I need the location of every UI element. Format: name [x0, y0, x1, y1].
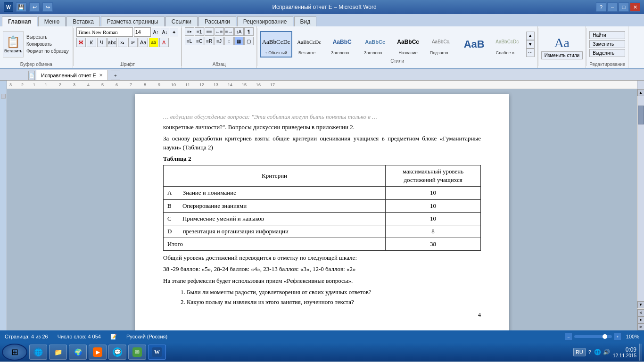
format-painter-button[interactable]: Формат по образцу	[25, 48, 70, 54]
show-desktop-btn[interactable]	[639, 344, 642, 361]
taskbar-mail[interactable]: ✉	[128, 345, 146, 360]
subscript-button[interactable]: x₂	[118, 38, 127, 47]
italic-button[interactable]: К	[87, 38, 96, 47]
taskbar-chrome[interactable]: 🌍	[69, 345, 87, 360]
criteria-table: Критерии максимальный уровень достижений…	[163, 165, 481, 251]
scroll-track[interactable]	[638, 96, 644, 301]
copy-button[interactable]: Копировать	[25, 41, 70, 47]
selection-marker[interactable]	[1, 94, 6, 99]
language-btn[interactable]: RU	[573, 348, 586, 356]
paste-button[interactable]: 📋 Вставить	[3, 31, 24, 58]
ruler-mark-1: 2	[59, 82, 61, 87]
scroll-up-btn[interactable]: ▲	[637, 89, 644, 96]
scroll-thumb[interactable]	[638, 106, 644, 124]
spell-check-icon[interactable]: 📝	[110, 334, 117, 340]
increase-indent-btn[interactable]: ≡→	[224, 27, 234, 36]
sys-icons: 🌐 🔊	[594, 349, 610, 355]
taskbar-word[interactable]: W	[148, 345, 166, 360]
clear-format-btn[interactable]: ✦	[170, 28, 178, 36]
scroll-styles-up-btn[interactable]: ▲	[526, 32, 535, 40]
help-btn[interactable]: ?	[596, 2, 606, 12]
start-button[interactable]: ⊞	[2, 344, 27, 361]
help-taskbar-btn[interactable]: ?	[588, 349, 591, 355]
style-subtle-emph[interactable]: AaBbCcDc Слабое в…	[491, 31, 523, 58]
tab-insert[interactable]: Вставка	[66, 16, 100, 26]
increase-font-btn[interactable]: A↑	[152, 28, 160, 36]
change-case-button[interactable]: Aa	[139, 38, 148, 47]
quick-redo-btn[interactable]: ↪	[42, 2, 53, 12]
minimize-btn[interactable]: –	[607, 2, 618, 12]
bullets-btn[interactable]: ≡•	[185, 27, 194, 36]
superscript-button[interactable]: x²	[128, 38, 138, 47]
zoom-slider[interactable]	[574, 335, 612, 338]
strikethrough-button[interactable]: abc	[107, 38, 117, 47]
doc-tab-active[interactable]: Исправленный отчет Е ✕	[36, 70, 108, 80]
decrease-indent-btn[interactable]: ←≡	[215, 27, 224, 36]
decrease-font-btn[interactable]: A↓	[161, 28, 169, 36]
zoom-in-btn[interactable]: +	[614, 333, 621, 340]
maximize-btn[interactable]: □	[619, 2, 629, 12]
taskbar-skype[interactable]: 💬	[108, 345, 126, 360]
more-styles-btn[interactable]: ⋯	[526, 49, 535, 57]
font-color-button[interactable]: A	[159, 38, 169, 47]
volume-icon[interactable]: 🔊	[603, 349, 610, 355]
replace-button[interactable]: Заменить	[589, 40, 625, 48]
clipboard-group: 📋 Вставить Вырезать Копировать Формат по…	[0, 26, 73, 68]
style-normal[interactable]: AaBbCcDc ↑ Обычный	[260, 31, 292, 58]
bold-button[interactable]: Ж	[76, 38, 86, 47]
tab-view[interactable]: Вид	[294, 16, 317, 26]
borders-btn[interactable]: ▢	[244, 37, 254, 45]
shading-btn[interactable]: ▦	[234, 37, 244, 45]
clock[interactable]: 0:09 12.11.2015	[613, 346, 636, 358]
show-marks-btn[interactable]: ¶	[244, 27, 254, 36]
find-button[interactable]: Найти	[589, 31, 625, 39]
scroll-select-browse-btn[interactable]: ●	[637, 316, 644, 323]
style-heading2[interactable]: AaBbCc Заголово…	[359, 31, 391, 58]
tab-page-layout[interactable]: Разметка страницы	[101, 16, 165, 26]
tab-home[interactable]: Главная	[2, 16, 37, 26]
zoom-out-btn[interactable]: –	[565, 333, 572, 340]
align-left-btn[interactable]: ≡L	[185, 37, 194, 45]
zoom-level[interactable]: 100%	[626, 334, 639, 339]
zoom-thumb[interactable]	[603, 334, 607, 339]
language-info[interactable]: Русский (Россия)	[126, 334, 167, 339]
scroll-page-up-btn[interactable]: ⊲	[637, 309, 644, 316]
doc-tab-close-btn[interactable]: ✕	[99, 73, 103, 78]
scroll-styles-down-btn[interactable]: ▼	[526, 40, 535, 49]
style-subtitle[interactable]: AaBbCc. Подзагол…	[425, 31, 457, 58]
tab-mailings[interactable]: Рассылки	[198, 16, 236, 26]
tab-references[interactable]: Ссылки	[165, 16, 198, 26]
style-title[interactable]: AaBbCc Название	[392, 31, 424, 58]
new-doc-btn[interactable]: +	[111, 71, 120, 80]
scroll-page-down-btn[interactable]: ⊳	[637, 323, 644, 330]
taskbar-explorer[interactable]: 📁	[49, 345, 67, 360]
style-emphasis[interactable]: AaB	[458, 31, 490, 58]
select-button[interactable]: Выделить	[589, 49, 625, 57]
scroll-down-btn[interactable]: ▼	[637, 301, 644, 308]
font-size-input[interactable]	[134, 27, 151, 37]
tab-menu[interactable]: Меню	[38, 16, 66, 26]
quick-undo-btn[interactable]: ↩	[29, 2, 40, 12]
numbering-btn[interactable]: ≡1	[195, 27, 204, 36]
doc-nav-icon[interactable]: 📄	[28, 71, 35, 80]
sort-btn[interactable]: ↕A	[234, 27, 244, 36]
align-right-btn[interactable]: ≡R	[205, 37, 214, 45]
tab-review[interactable]: Рецензирование	[237, 16, 293, 26]
multilevel-btn[interactable]: ≡≡	[205, 27, 214, 36]
line-spacing-btn[interactable]: ↕	[224, 37, 234, 45]
close-btn[interactable]: ✕	[630, 2, 640, 12]
highlight-button[interactable]: ab	[149, 38, 158, 47]
taskbar-ie[interactable]: 🌐	[29, 345, 47, 360]
font-name-input[interactable]	[76, 27, 133, 37]
style-heading1[interactable]: AaBbC Заголово…	[326, 31, 358, 58]
taskbar-media[interactable]: ▶	[89, 345, 107, 360]
align-center-btn[interactable]: ≡C	[195, 37, 204, 45]
justify-btn[interactable]: ≡J	[215, 37, 224, 45]
styles-label: Стили	[260, 58, 535, 64]
style-no-spacing[interactable]: AaBbCcDc Без инте…	[293, 31, 325, 58]
underline-button[interactable]: Ч	[97, 38, 107, 47]
quick-save-btn[interactable]: 💾	[16, 2, 26, 12]
network-icon[interactable]: 🌐	[594, 349, 601, 355]
cut-button[interactable]: Вырезать	[25, 34, 70, 40]
change-styles-btn[interactable]: Изменить стили	[541, 51, 583, 59]
